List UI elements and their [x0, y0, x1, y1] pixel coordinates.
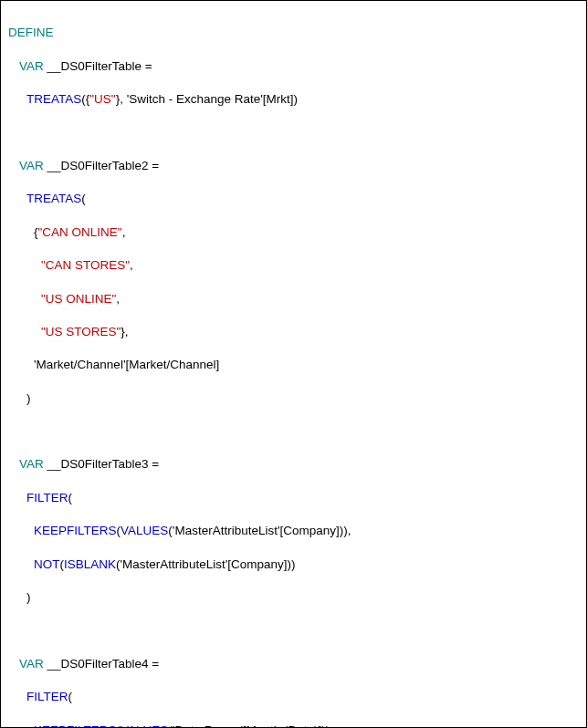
treatas-2-item: "CAN STORES",	[41, 257, 579, 274]
kw-define: DEFINE	[8, 25, 579, 41]
treatas-2-item: "US ONLINE",	[41, 291, 579, 307]
var-decl-4: VAR __DS0FilterTable4 =	[19, 656, 579, 672]
treatas-1: TREATAS({"US"}, 'Switch - Exchange Rate'…	[26, 91, 579, 108]
var-decl-2: VAR __DS0FilterTable2 =	[19, 158, 579, 174]
code-block: DEFINE VAR __DS0FilterTable = TREATAS({"…	[0, 0, 587, 728]
filter-4-keep: KEEPFILTERS(VALUES('Date Range'[Month (D…	[34, 723, 579, 728]
filter-3-not: NOT(ISBLANK('MasterAttributeList'[Compan…	[34, 556, 579, 573]
blank	[8, 125, 579, 141]
filter-3-keep: KEEPFILTERS(VALUES('MasterAttributeList'…	[34, 523, 579, 539]
treatas-2-item: "US STORES"},	[41, 324, 579, 340]
blank	[8, 423, 579, 440]
treatas-2-col: 'Market/Channel'[Market/Channel]	[34, 357, 579, 373]
var-decl-1: VAR __DS0FilterTable =	[19, 58, 579, 75]
filter-3-close: )	[26, 589, 579, 606]
treatas-2-open: TREATAS(	[26, 191, 579, 207]
filter-3-open: FILTER(	[26, 490, 579, 506]
var-decl-3: VAR __DS0FilterTable3 =	[19, 456, 579, 473]
filter-4-open: FILTER(	[26, 689, 579, 705]
blank	[8, 623, 579, 640]
treatas-2-item: {"CAN ONLINE",	[34, 224, 579, 241]
treatas-2-close: )	[26, 390, 579, 407]
